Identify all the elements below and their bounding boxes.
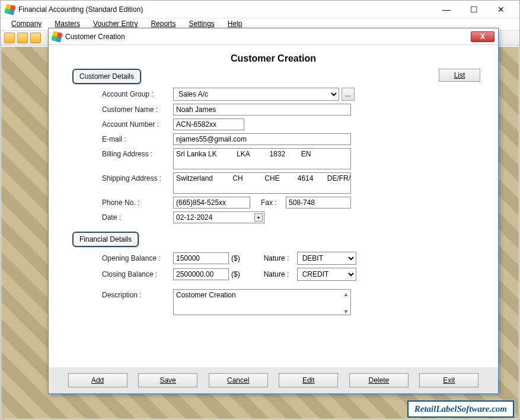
customer-name-input[interactable] <box>173 104 351 116</box>
customer-creation-dialog: Customer Creation X Customer Creation Li… <box>48 28 499 394</box>
email-input[interactable] <box>173 133 351 145</box>
main-title: Financial Accounting (Standard Edition) <box>18 5 433 14</box>
maximize-button[interactable]: ☐ <box>460 1 487 18</box>
description-label: Description : <box>102 289 173 299</box>
delete-button[interactable]: Delete <box>349 373 409 387</box>
description-input[interactable]: Costomer Creation <box>173 289 351 315</box>
dialog-titlebar: Customer Creation X <box>49 28 498 45</box>
account-number-label: Account Number : <box>102 120 173 129</box>
watermark: RetailLabelSoftware.com <box>407 400 514 418</box>
account-group-select[interactable]: Sales A/c <box>173 88 339 101</box>
customer-name-label: Customer Name : <box>102 105 173 114</box>
close-button[interactable]: ✕ <box>487 1 515 18</box>
customer-details-section: Customer Details <box>72 69 141 84</box>
billing-address-input[interactable]: Sri Lanka LK LKA 1832 EN <box>173 148 351 169</box>
app-icon <box>5 5 15 14</box>
dialog-title: Customer Creation <box>65 33 471 41</box>
date-input[interactable] <box>173 211 264 223</box>
account-number-input[interactable] <box>173 118 244 130</box>
date-label: Date : <box>102 213 173 222</box>
button-bar: Add Save Cancel Edit Delete Exit <box>49 367 498 393</box>
nature2-select[interactable]: CREDIT <box>297 268 356 281</box>
edit-button[interactable]: Edit <box>279 373 338 387</box>
dialog-icon <box>52 32 62 41</box>
financial-details-section: Financial Details <box>72 232 139 247</box>
toolbar-icon-2[interactable] <box>17 33 28 43</box>
account-group-label: Account Group : <box>102 90 173 98</box>
minimize-button[interactable]: — <box>433 1 460 18</box>
exit-button[interactable]: Exit <box>419 373 478 387</box>
dialog-close-button[interactable]: X <box>471 31 495 42</box>
scroll-up-icon[interactable]: ▲ <box>343 291 349 297</box>
nature2-label: Nature : <box>264 270 297 278</box>
phone-label: Phone No. : <box>102 198 173 207</box>
opening-currency: ($) <box>231 254 240 262</box>
shipping-address-input[interactable]: Switzerland CH CHE 4614 DE/FR/IT <box>173 172 351 194</box>
closing-balance-label: Closing Balance : <box>102 270 173 278</box>
date-dropdown-icon[interactable]: ▾ <box>254 213 263 222</box>
cancel-button[interactable]: Cancel <box>209 373 268 387</box>
fax-label: Fax : <box>261 198 286 207</box>
opening-balance-label: Opening Balance : <box>102 254 173 262</box>
opening-balance-input[interactable] <box>173 252 229 264</box>
add-button[interactable]: Add <box>68 373 127 387</box>
billing-address-label: Billing Address : <box>102 148 173 158</box>
dialog-header: Customer Creation <box>49 45 498 69</box>
main-titlebar: Financial Accounting (Standard Edition) … <box>1 1 519 18</box>
closing-currency: ($) <box>231 270 240 278</box>
shipping-address-label: Shipping Address : <box>102 172 173 182</box>
fax-input[interactable] <box>286 197 351 209</box>
toolbar-icon-3[interactable] <box>30 33 41 43</box>
phone-input[interactable] <box>173 197 250 209</box>
menu-company[interactable]: Company <box>7 18 46 30</box>
toolbar-icon-1[interactable] <box>4 33 15 43</box>
save-button[interactable]: Save <box>138 373 197 387</box>
nature1-label: Nature : <box>264 254 297 262</box>
scroll-down-icon[interactable]: ▼ <box>343 309 349 315</box>
email-label: E-mail : <box>102 135 173 143</box>
account-group-browse-button[interactable]: ... <box>342 88 355 101</box>
list-button[interactable]: List <box>439 69 480 82</box>
closing-balance-input[interactable] <box>173 268 229 280</box>
nature1-select[interactable]: DEBIT <box>297 252 356 265</box>
